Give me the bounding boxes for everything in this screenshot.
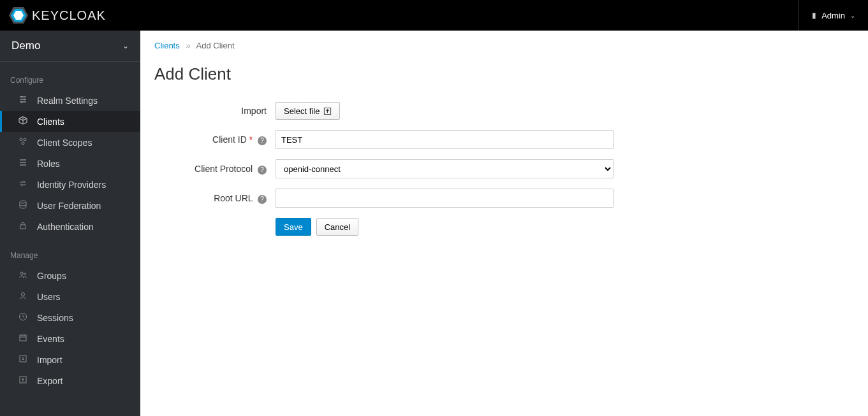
- svg-rect-10: [20, 225, 26, 229]
- calendar-icon: [18, 333, 28, 344]
- client-protocol-label: Client Protocol ?: [154, 164, 276, 175]
- sidebar: Demo ⌄ Configure Realm Settings Clients …: [0, 31, 140, 416]
- import-icon: [18, 354, 28, 365]
- sidebar-item-identity-providers[interactable]: Identity Providers: [0, 174, 140, 195]
- sidebar-item-client-scopes[interactable]: Client Scopes: [0, 132, 140, 153]
- root-url-label: Root URL ?: [154, 193, 276, 204]
- help-icon[interactable]: ?: [258, 195, 267, 204]
- sidebar-item-label: Users: [37, 292, 61, 302]
- client-id-label: Client ID * ?: [154, 134, 276, 145]
- sidebar-item-realm-settings[interactable]: Realm Settings: [0, 90, 140, 111]
- form-row-root-url: Root URL ?: [154, 189, 854, 208]
- sidebar-item-export[interactable]: Export: [0, 370, 140, 391]
- help-icon[interactable]: ?: [258, 166, 267, 175]
- sidebar-item-label: Identity Providers: [37, 180, 106, 190]
- select-file-button[interactable]: Select file: [276, 102, 340, 120]
- help-icon[interactable]: ?: [258, 136, 267, 145]
- svg-point-12: [24, 273, 26, 275]
- sidebar-item-label: User Federation: [37, 201, 101, 211]
- svg-point-7: [24, 138, 26, 141]
- list-icon: [18, 158, 28, 169]
- sidebar-item-clients[interactable]: Clients: [0, 111, 140, 132]
- svg-point-6: [20, 138, 22, 141]
- sidebar-item-label: Authentication: [37, 222, 94, 232]
- import-file-icon: [323, 107, 332, 115]
- chevron-down-icon: ⌄: [122, 41, 129, 50]
- svg-point-11: [20, 272, 23, 275]
- sidebar-item-events[interactable]: Events: [0, 328, 140, 349]
- breadcrumb-parent[interactable]: Clients: [154, 41, 180, 50]
- sidebar-item-roles[interactable]: Roles: [0, 153, 140, 174]
- topbar: KEYCLOAK ▮ Admin ⌄: [0, 0, 868, 31]
- keycloak-logo-icon: [9, 7, 28, 24]
- sidebar-item-label: Import: [37, 355, 63, 365]
- page-title: Add Client: [154, 64, 854, 84]
- exchange-icon: [18, 179, 28, 190]
- sidebar-item-sessions[interactable]: Sessions: [0, 307, 140, 328]
- form-row-client-id: Client ID * ?: [154, 130, 854, 149]
- group-icon: [18, 270, 28, 281]
- realm-selector[interactable]: Demo ⌄: [0, 31, 140, 62]
- svg-point-13: [22, 293, 25, 296]
- sidebar-item-authentication[interactable]: Authentication: [0, 216, 140, 237]
- clock-icon: [18, 312, 28, 323]
- user-icon: [18, 291, 28, 302]
- sidebar-item-label: Realm Settings: [37, 96, 98, 106]
- breadcrumb-current: Add Client: [196, 41, 235, 50]
- sliders-icon: [18, 95, 28, 106]
- import-label: Import: [154, 106, 276, 116]
- sidebar-item-users[interactable]: Users: [0, 286, 140, 307]
- client-id-input[interactable]: [276, 130, 614, 149]
- sidebar-item-label: Groups: [37, 271, 66, 281]
- svg-point-9: [20, 201, 26, 203]
- chevron-down-icon: ⌄: [850, 12, 855, 19]
- sidebar-item-label: Export: [37, 376, 63, 386]
- export-icon: [18, 375, 28, 386]
- sidebar-item-label: Client Scopes: [37, 138, 92, 148]
- svg-point-3: [21, 96, 23, 98]
- sidebar-section-configure: Configure: [0, 62, 140, 90]
- user-menu[interactable]: ▮ Admin ⌄: [798, 0, 855, 31]
- svg-rect-15: [20, 335, 26, 341]
- form-row-import: Import Select file: [154, 102, 854, 120]
- sidebar-item-import[interactable]: Import: [0, 349, 140, 370]
- sidebar-item-label: Sessions: [37, 313, 73, 323]
- sidebar-item-label: Clients: [37, 117, 64, 127]
- realm-name: Demo: [11, 39, 40, 52]
- cancel-button[interactable]: Cancel: [316, 218, 358, 236]
- sidebar-item-groups[interactable]: Groups: [0, 265, 140, 286]
- user-icon: ▮: [812, 11, 816, 20]
- svg-point-8: [22, 142, 24, 145]
- sidebar-item-label: Events: [37, 334, 64, 344]
- save-button[interactable]: Save: [276, 218, 311, 236]
- main-content: Clients » Add Client Add Client Import S…: [140, 31, 868, 416]
- root-url-input[interactable]: [276, 189, 614, 208]
- user-name: Admin: [821, 11, 845, 20]
- scopes-icon: [18, 137, 28, 148]
- sidebar-item-user-federation[interactable]: User Federation: [0, 195, 140, 216]
- svg-point-5: [21, 101, 23, 103]
- svg-point-4: [24, 99, 26, 101]
- client-protocol-select[interactable]: openid-connectsaml: [276, 159, 614, 178]
- breadcrumb-separator: »: [182, 41, 194, 50]
- brand-logo[interactable]: KEYCLOAK: [9, 7, 106, 24]
- form-row-client-protocol: Client Protocol ? openid-connectsaml: [154, 159, 854, 178]
- sidebar-section-manage: Manage: [0, 237, 140, 265]
- database-icon: [18, 200, 28, 211]
- cube-icon: [18, 116, 28, 127]
- breadcrumb: Clients » Add Client: [154, 41, 854, 50]
- brand-text: KEYCLOAK: [32, 8, 106, 23]
- lock-icon: [18, 221, 28, 232]
- required-marker: *: [249, 134, 253, 145]
- sidebar-item-label: Roles: [37, 159, 60, 169]
